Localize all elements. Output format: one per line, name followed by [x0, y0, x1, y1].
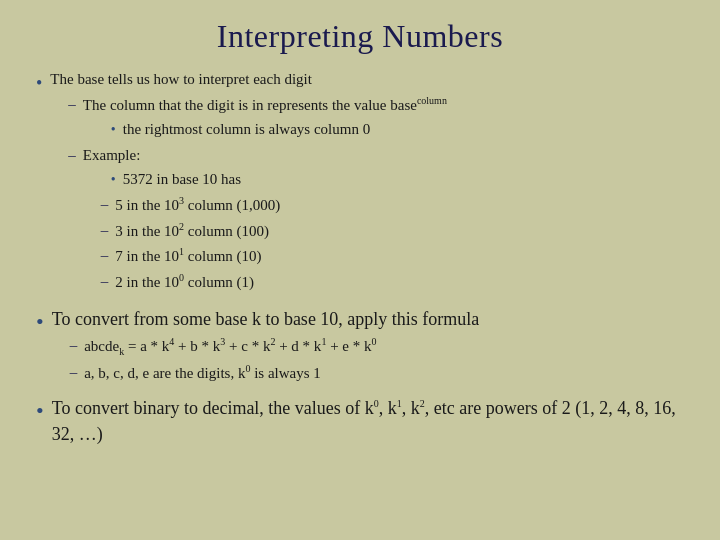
example-dash-4: – 2 in the 100 column (1) — [101, 271, 684, 294]
example-dash-marker-2: – — [101, 220, 109, 242]
example-dash-2: – 3 in the 102 column (100) — [101, 220, 684, 243]
formula-k0: 0 — [372, 336, 377, 347]
sub-bullet-1-text: the rightmost column is always column 0 — [123, 119, 684, 141]
exp-2: 2 — [179, 221, 184, 232]
bullet-3-text: To convert binary to decimal, the values… — [52, 398, 676, 444]
formula-k1: 1 — [321, 336, 326, 347]
dash-1-text: The column that the digit is in represen… — [83, 97, 447, 113]
bullet-1-text: The base tells us how to interpret each … — [50, 71, 312, 87]
bullet-marker-2: • — [36, 306, 44, 338]
formula-k4: 4 — [169, 336, 174, 347]
dash-marker-2: – — [68, 145, 76, 167]
k0-sup: 0 — [245, 363, 250, 374]
exp-3: 3 — [179, 195, 184, 206]
sub-bullet-marker-1: • — [111, 120, 116, 140]
bullet-2-text: To convert from some base k to base 10, … — [52, 309, 480, 329]
bullet-3-content: To convert binary to decimal, the values… — [52, 395, 684, 447]
bullet-2-content: To convert from some base k to base 10, … — [52, 306, 684, 387]
dash-marker-1: – — [68, 94, 76, 116]
dash-1-content: The column that the digit is in represen… — [83, 94, 684, 143]
bullet-1-content: The base tells us how to interpret each … — [50, 69, 684, 298]
example-dash-marker-3: – — [101, 245, 109, 267]
base-sup: column — [417, 95, 447, 106]
example-dash-3: – 7 in the 101 column (10) — [101, 245, 684, 268]
example-dash-marker-4: – — [101, 271, 109, 293]
dash-2-content: Example: • 5372 in base 10 has – 5 in th… — [83, 145, 684, 296]
example-dash-4-text: 2 in the 100 column (1) — [115, 271, 254, 294]
formula-dash: – abcdek = a * k4 + b * k3 + c * k2 + d … — [70, 335, 684, 360]
k2-b3: 2 — [420, 398, 425, 409]
sub-bullet-1: • the rightmost column is always column … — [111, 119, 684, 141]
formula-k2: 2 — [270, 336, 275, 347]
example-label: Example: — [83, 147, 140, 163]
sub-bullet-marker-5372: • — [111, 170, 116, 190]
bullet-1: • The base tells us how to interpret eac… — [36, 69, 684, 298]
slide-content: • The base tells us how to interpret eac… — [36, 69, 684, 522]
formula-text: abcdek = a * k4 + b * k3 + c * k2 + d * … — [84, 335, 376, 360]
digits-dash-marker: – — [70, 362, 78, 384]
digits-dash: – a, b, c, d, e are the digits, k0 is al… — [70, 362, 684, 385]
dash-2: – Example: • 5372 in base 10 has – 5 in … — [68, 145, 684, 296]
k0-b3: 0 — [374, 398, 379, 409]
slide-title: Interpreting Numbers — [36, 18, 684, 55]
dash-1: – The column that the digit is in repres… — [68, 94, 684, 143]
k1-b3: 1 — [397, 398, 402, 409]
exp-0: 0 — [179, 272, 184, 283]
example-dash-marker-1: – — [101, 194, 109, 216]
formula-k-sub: k — [119, 346, 124, 357]
formula-k3: 3 — [220, 336, 225, 347]
sub-bullet-5372-text: 5372 in base 10 has — [123, 169, 684, 191]
digits-text: a, b, c, d, e are the digits, k0 is alwa… — [84, 362, 321, 385]
example-dash-1-text: 5 in the 103 column (1,000) — [115, 194, 280, 217]
example-dash-1: – 5 in the 103 column (1,000) — [101, 194, 684, 217]
exp-1: 1 — [179, 246, 184, 257]
bullet-3: • To convert binary to decimal, the valu… — [36, 395, 684, 447]
bullet-marker-3: • — [36, 395, 44, 427]
example-dash-2-text: 3 in the 102 column (100) — [115, 220, 269, 243]
bullet-2: • To convert from some base k to base 10… — [36, 306, 684, 387]
bullet-marker-1: • — [36, 70, 42, 96]
example-dash-3-text: 7 in the 101 column (10) — [115, 245, 261, 268]
sub-bullet-5372: • 5372 in base 10 has — [111, 169, 684, 191]
formula-dash-marker: – — [70, 335, 78, 357]
